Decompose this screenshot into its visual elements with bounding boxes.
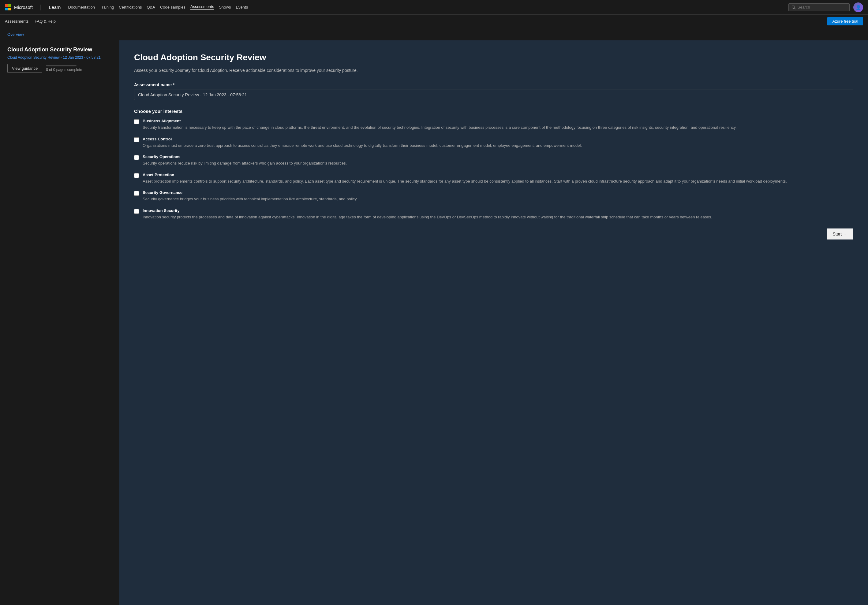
- nav-shows[interactable]: Shows: [219, 5, 231, 9]
- sidebar-assessment-link[interactable]: Cloud Adoption Security Review - 12 Jan …: [7, 56, 112, 60]
- interest-access-control: Access Control Organizations must embrac…: [134, 137, 853, 149]
- nav-code-samples[interactable]: Code samples: [160, 5, 186, 9]
- content-area: Cloud Adoption Security Review Assess yo…: [119, 40, 868, 605]
- checkbox-security-operations[interactable]: [134, 155, 139, 160]
- subnav-faq[interactable]: FAQ & Help: [34, 19, 56, 23]
- view-guidance-button[interactable]: View guidance: [7, 64, 42, 73]
- main-layout: Cloud Adoption Security Review Cloud Ado…: [0, 40, 868, 605]
- nav-training[interactable]: Training: [100, 5, 114, 9]
- checkbox-security-governance[interactable]: [134, 191, 139, 196]
- top-navigation: Microsoft | Learn Documentation Training…: [0, 0, 868, 15]
- progress-text: 0 of 0 pages complete: [46, 68, 82, 72]
- nav-documentation[interactable]: Documentation: [68, 5, 95, 9]
- nav-assessments[interactable]: Assessments: [191, 4, 214, 10]
- sidebar: Cloud Adoption Security Review Cloud Ado…: [0, 40, 119, 605]
- overview-link[interactable]: Overview: [7, 32, 24, 37]
- interest-desc-business-alignment: Security transformation is necessary to …: [143, 124, 737, 131]
- interest-name-access-control: Access Control: [143, 137, 582, 141]
- interest-desc-security-operations: Security operations reduce risk by limit…: [143, 160, 347, 166]
- subnav-assessments[interactable]: Assessments: [5, 19, 28, 23]
- breadcrumb: Overview: [0, 28, 868, 40]
- search-box[interactable]: [789, 3, 849, 11]
- progress-track: [46, 65, 76, 67]
- interest-name-security-governance: Security Governance: [143, 190, 358, 195]
- interest-business-alignment: Business Alignment Security transformati…: [134, 119, 853, 131]
- page-subtitle: Assess your Security Journey for Cloud A…: [134, 67, 853, 74]
- interests-title: Choose your interests: [134, 108, 853, 114]
- assessment-name-input[interactable]: [134, 90, 853, 100]
- nav-events[interactable]: Events: [236, 5, 248, 9]
- start-section: Start →: [134, 229, 853, 240]
- interest-asset-protection: Asset Protection Asset protection implem…: [134, 173, 853, 184]
- interest-security-operations: Security Operations Security operations …: [134, 155, 853, 166]
- assessment-name-label: Assessment name *: [134, 82, 853, 87]
- interest-innovation-security: Innovation Security Innovation security …: [134, 208, 853, 220]
- avatar[interactable]: 👤: [853, 2, 863, 12]
- search-icon: [792, 5, 796, 9]
- checkbox-business-alignment[interactable]: [134, 119, 139, 124]
- checkbox-access-control[interactable]: [134, 137, 139, 142]
- sidebar-title: Cloud Adoption Security Review: [7, 46, 112, 53]
- interest-name-asset-protection: Asset Protection: [143, 173, 787, 177]
- interest-name-business-alignment: Business Alignment: [143, 119, 737, 123]
- nav-divider: |: [40, 4, 42, 11]
- sidebar-actions: View guidance 0 of 0 pages complete: [7, 64, 112, 73]
- interest-desc-innovation-security: Innovation security protects the process…: [143, 214, 712, 220]
- interest-desc-security-governance: Security governance bridges your busines…: [143, 196, 358, 202]
- sub-navigation: Assessments FAQ & Help Azure free trial: [0, 15, 868, 28]
- start-button[interactable]: Start →: [827, 229, 853, 240]
- interest-desc-access-control: Organizations must embrace a zero trust …: [143, 142, 582, 149]
- search-input[interactable]: [798, 5, 846, 9]
- azure-free-trial-button[interactable]: Azure free trial: [827, 17, 863, 25]
- nav-links: Documentation Training Certifications Q&…: [68, 4, 248, 10]
- nav-right: 👤: [789, 2, 863, 12]
- learn-link[interactable]: Learn: [49, 5, 60, 10]
- nav-certifications[interactable]: Certifications: [119, 5, 142, 9]
- microsoft-logo[interactable]: Microsoft: [5, 4, 33, 11]
- progress-section: 0 of 0 pages complete: [46, 65, 82, 72]
- checkbox-asset-protection[interactable]: [134, 173, 139, 178]
- interest-name-security-operations: Security Operations: [143, 155, 347, 159]
- checkbox-innovation-security[interactable]: [134, 209, 139, 214]
- brand-label: Microsoft: [14, 5, 33, 10]
- nav-qa[interactable]: Q&A: [147, 5, 155, 9]
- interest-desc-asset-protection: Asset protection implements controls to …: [143, 178, 787, 184]
- interest-name-innovation-security: Innovation Security: [143, 208, 712, 213]
- page-title: Cloud Adoption Security Review: [134, 53, 853, 62]
- interest-security-governance: Security Governance Security governance …: [134, 190, 853, 202]
